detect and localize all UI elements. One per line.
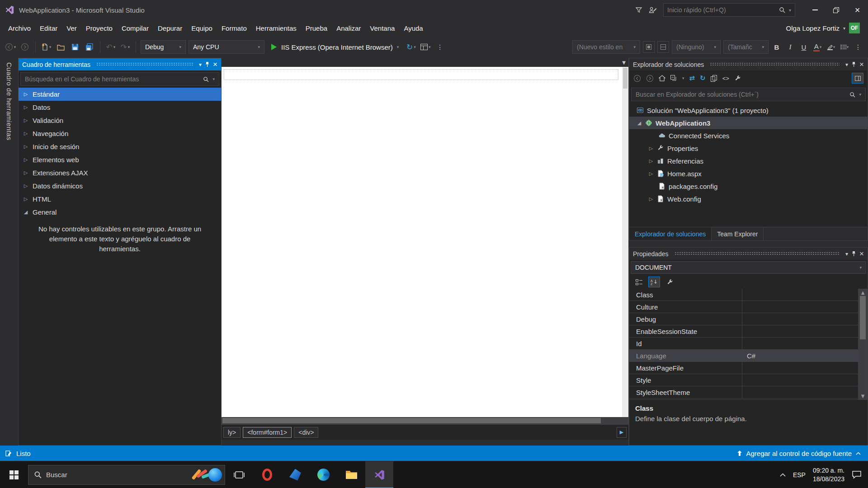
bold-button[interactable]: B	[771, 41, 782, 53]
redo-button[interactable]: ↷▾	[119, 41, 131, 53]
close-icon[interactable]: ×	[859, 61, 864, 68]
window-position-icon[interactable]: ▾	[199, 61, 202, 68]
chevron-down-icon[interactable]: ▾	[843, 26, 845, 31]
tree-item-home-aspx[interactable]: ▷ Home.aspx	[629, 167, 868, 180]
toolbox-category-extensiones-ajax[interactable]: ▷ Extensiones AJAX	[19, 166, 221, 179]
toolbar-overflow-button[interactable]: ⋮	[434, 41, 446, 53]
tag-scroll-right-icon[interactable]: ▶	[617, 427, 627, 438]
toolbox-category-elementos-web[interactable]: ▷ Elementos web	[19, 153, 221, 166]
scroll-down-icon[interactable]: ▼	[861, 392, 865, 399]
tree-item-solution[interactable]: Solución "WebApplication3" (1 proyecto)	[629, 104, 868, 117]
underline-button[interactable]: U	[798, 41, 809, 53]
preview-selected-items-toggle[interactable]	[852, 73, 863, 84]
highlight-button[interactable]: ▾	[826, 41, 836, 53]
taskbar-search[interactable]	[28, 465, 225, 485]
tag-form[interactable]: <form#form1>	[243, 427, 292, 438]
document-dropdown-icon[interactable]: ▼	[622, 60, 626, 65]
opera-icon[interactable]	[253, 461, 281, 488]
sync-with-active-document-icon[interactable]: ⇄	[689, 74, 695, 82]
property-pages-button[interactable]	[664, 277, 675, 287]
menu-prueba[interactable]: Prueba	[301, 22, 332, 34]
collapsed-arrow-icon[interactable]: ▷	[23, 117, 28, 123]
property-value[interactable]	[742, 301, 858, 313]
style-application-icon[interactable]	[643, 41, 655, 53]
list-button[interactable]: ▾	[839, 41, 850, 53]
alphabetical-view-button[interactable]: AZ	[648, 277, 660, 287]
collapsed-arrow-icon[interactable]: ▷	[23, 170, 28, 176]
back-icon[interactable]	[633, 75, 641, 82]
scrollbar-thumb[interactable]	[222, 418, 601, 423]
toolbox-category-html[interactable]: ▷ HTML	[19, 192, 221, 206]
solution-platform-combo[interactable]: Any CPU ▾	[189, 40, 264, 54]
scroll-up-icon[interactable]: ▲	[861, 289, 865, 296]
solution-explorer-search[interactable]: ▾	[631, 88, 866, 101]
tree-item-connected-services[interactable]: Connected Services	[629, 129, 868, 142]
menu-herramientas[interactable]: Herramientas	[251, 22, 301, 34]
menu-depurar[interactable]: Depurar	[153, 22, 187, 34]
tab-team-explorer[interactable]: Team Explorer	[712, 227, 764, 240]
pin-icon[interactable]	[205, 61, 210, 67]
menu-proyecto[interactable]: Proyecto	[81, 22, 117, 34]
property-value[interactable]	[742, 289, 858, 300]
property-grid-scrollbar[interactable]: ▲ ▼	[858, 289, 868, 399]
scrollbar-thumb[interactable]	[623, 68, 627, 89]
save-all-button[interactable]	[84, 41, 95, 53]
chevron-down-icon[interactable]: ▾	[789, 8, 791, 13]
property-value[interactable]	[742, 362, 858, 374]
search-icon[interactable]	[203, 76, 209, 82]
quick-launch-search[interactable]: ▾	[663, 3, 795, 17]
property-row-class[interactable]: Class	[629, 289, 868, 301]
action-center-icon[interactable]	[852, 470, 862, 479]
tray-clock[interactable]: 09:20 a. m. 18/08/2023	[813, 466, 844, 483]
toolbox-search[interactable]: ▾	[20, 72, 219, 86]
property-value[interactable]	[742, 374, 858, 386]
toolbox-header[interactable]: Cuadro de herramientas ▾ ×	[19, 58, 221, 70]
layout-button[interactable]: ▾	[420, 41, 431, 53]
new-file-button[interactable]: ▾	[40, 41, 52, 53]
taskbar-search-input[interactable]	[46, 471, 187, 479]
property-row-language[interactable]: Language C#	[629, 350, 868, 362]
visual-studio-taskbar-icon[interactable]	[365, 461, 393, 488]
quick-launch-input[interactable]	[667, 6, 775, 14]
toolbox-category-inicio-de-sesion[interactable]: ▷ Inicio de sesión	[19, 140, 221, 153]
object-selector-combo[interactable]: DOCUMENT ▾	[631, 261, 866, 274]
designer-horizontal-scrollbar[interactable]	[222, 417, 628, 424]
save-button[interactable]	[69, 41, 81, 53]
menu-ayuda[interactable]: Ayuda	[399, 22, 427, 34]
menu-equipo[interactable]: Equipo	[187, 22, 217, 34]
filter-icon[interactable]	[635, 6, 642, 14]
css-properties-icon[interactable]	[657, 41, 669, 53]
tree-item-web-config[interactable]: ▷ Web.config	[629, 192, 868, 205]
menu-formato[interactable]: Formato	[217, 22, 251, 34]
file-explorer-icon[interactable]	[337, 461, 365, 488]
menu-analizar[interactable]: Analizar	[332, 22, 365, 34]
collapse-all-icon[interactable]	[670, 75, 677, 82]
user-avatar-badge[interactable]: OF	[849, 23, 860, 33]
collapsed-arrow-icon[interactable]: ▷	[23, 104, 28, 110]
tray-chevron-up-icon[interactable]	[780, 473, 786, 477]
categorized-view-button[interactable]	[633, 277, 645, 287]
design-surface[interactable]	[222, 67, 622, 417]
toolbox-category-datos[interactable]: ▷ Datos	[19, 101, 221, 114]
collapsed-arrow-icon[interactable]: ▷	[23, 131, 28, 136]
navigate-back-button[interactable]: ▾	[5, 41, 16, 53]
open-file-button[interactable]	[55, 41, 66, 53]
tree-item-project[interactable]: ◢ WebApplication3	[629, 117, 868, 129]
chevron-up-icon[interactable]	[856, 452, 861, 455]
edge-icon[interactable]	[309, 461, 337, 488]
property-row-masterpagefile[interactable]: MasterPageFile	[629, 362, 868, 374]
tray-language[interactable]: ESP	[793, 471, 806, 479]
feedback-icon[interactable]	[649, 6, 657, 14]
toolbox-category-datos-dinamicos[interactable]: ▷ Datos dinámicos	[19, 179, 221, 192]
source-control-label[interactable]: Agregar al control de código fuente	[746, 450, 852, 457]
collapsed-arrow-icon[interactable]: ▷	[23, 196, 28, 202]
font-name-combo[interactable]: (Ninguno) ▾	[672, 40, 721, 54]
home-icon[interactable]	[659, 75, 665, 81]
property-value[interactable]	[742, 313, 858, 325]
menu-editar[interactable]: Editar	[35, 22, 62, 34]
menu-archivo[interactable]: Archivo	[4, 22, 35, 34]
search-icon[interactable]	[779, 7, 785, 13]
chevron-down-icon[interactable]: ▾	[212, 77, 215, 81]
nest-files-icon[interactable]	[711, 75, 717, 82]
start-button[interactable]	[0, 461, 28, 488]
